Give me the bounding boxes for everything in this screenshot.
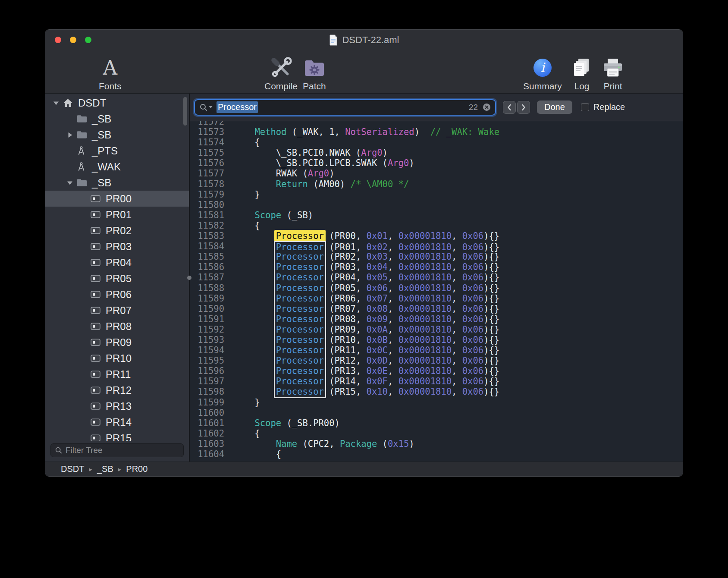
code-line[interactable]: 11576 \_SB.PCI0.LPCB.SWAK (Arg0)	[190, 158, 683, 168]
code-segment: 0x0D	[367, 355, 388, 366]
sidebar-item-pr06[interactable]: PR06	[45, 286, 189, 302]
sidebar-item-dsdt[interactable]: DSDT	[45, 95, 189, 111]
sidebar-item-pr05[interactable]: PR05	[45, 270, 189, 286]
code-line[interactable]: 11604 {	[190, 449, 683, 459]
code-line[interactable]: 11587 Processor (PR04, 0x05, 0x00001810,…	[190, 272, 683, 283]
sidebar-item-wak[interactable]: _WAK	[45, 159, 189, 175]
line-number: 11573	[190, 127, 224, 137]
code-segment: 0x00001810	[399, 262, 452, 272]
code-line[interactable]: 11597 Processor (PR14, 0x0F, 0x00001810,…	[190, 376, 683, 386]
code-line[interactable]: 11598 Processor (PR15, 0x10, 0x00001810,…	[190, 386, 683, 397]
sidebar-item-pr13[interactable]: PR13	[45, 398, 189, 414]
print-button[interactable]: Print	[602, 56, 624, 91]
code-line[interactable]: 11586 Processor (PR03, 0x04, 0x00001810,…	[190, 262, 683, 272]
code-line[interactable]: 11584 Processor (PR01, 0x02, 0x00001810,…	[190, 241, 683, 251]
sidebar-item-pr14[interactable]: PR14	[45, 414, 189, 430]
sidebar-item-pr02[interactable]: PR02	[45, 223, 189, 239]
code-line[interactable]: 11579 }	[190, 189, 683, 200]
close-button[interactable]	[55, 37, 61, 43]
replace-checkbox[interactable]	[581, 103, 589, 111]
sidebar-item-pr11[interactable]: PR11	[45, 366, 189, 382]
window-title-group: DSDT-22.aml	[329, 35, 399, 46]
code-line[interactable]: 11573 Method (_WAK, 1, NotSerialized) //…	[190, 127, 683, 137]
line-number: 11592	[190, 324, 224, 335]
sidebar-item-pr07[interactable]: PR07	[45, 302, 189, 318]
code-line[interactable]: 11585 Processor (PR02, 0x03, 0x00001810,…	[190, 251, 683, 262]
disclosure-open-icon[interactable]	[63, 180, 76, 185]
code-line[interactable]: 11572	[190, 121, 683, 127]
log-button[interactable]: Log	[571, 56, 593, 91]
disclosure-closed-icon[interactable]	[63, 132, 76, 138]
code-line[interactable]: 11593 Processor (PR10, 0x0B, 0x00001810,…	[190, 335, 683, 345]
code-line[interactable]: 11595 Processor (PR12, 0x0D, 0x00001810,…	[190, 355, 683, 366]
code-editor[interactable]: 1157211573 Method (_WAK, 1, NotSerialize…	[190, 121, 683, 462]
done-button[interactable]: Done	[537, 101, 572, 114]
code-line[interactable]: 11589 Processor (PR06, 0x07, 0x00001810,…	[190, 293, 683, 304]
code-line[interactable]: 11600	[190, 408, 683, 418]
sidebar-item-pr03[interactable]: PR03	[45, 239, 189, 254]
code-line[interactable]: 11592 Processor (PR09, 0x0A, 0x00001810,…	[190, 324, 683, 335]
title-bar[interactable]: DSDT-22.aml	[45, 30, 683, 50]
code-line[interactable]: 11583 Processor (PR00, 0x01, 0x00001810,…	[190, 231, 683, 241]
sidebar-scrollbar[interactable]	[183, 97, 187, 126]
folder-icon	[76, 178, 90, 187]
code-line[interactable]: 11599 }	[190, 397, 683, 408]
content-area: DSDT_SB_SB_PTS_WAK_SBPR00PR01PR02PR03PR0…	[45, 94, 683, 462]
code-line[interactable]: 11596 Processor (PR13, 0x0E, 0x00001810,…	[190, 366, 683, 376]
find-input[interactable]: Processor 22	[194, 99, 496, 116]
sidebar-item-pr15[interactable]: PR15	[45, 430, 189, 441]
sidebar-item-pts[interactable]: _PTS	[45, 143, 189, 159]
fonts-button[interactable]: A Fonts	[99, 56, 122, 91]
code-line[interactable]: 11594 Processor (PR11, 0x0C, 0x00001810,…	[190, 345, 683, 355]
code-text: }	[224, 189, 260, 200]
app-window: DSDT-22.aml A Fonts Compile	[45, 29, 683, 477]
code-line[interactable]: 11588 Processor (PR05, 0x06, 0x00001810,…	[190, 283, 683, 293]
sidebar-item-pr12[interactable]: PR12	[45, 382, 189, 398]
minimize-button[interactable]	[70, 37, 76, 43]
sidebar-item-pr09[interactable]: PR09	[45, 334, 189, 350]
filter-tree-input[interactable]: Filter Tree	[50, 443, 184, 457]
previous-match-button[interactable]	[503, 101, 516, 114]
breadcrumb-item-pr00[interactable]: PR00	[126, 464, 147, 474]
sidebar-item-pr10[interactable]: PR10	[45, 350, 189, 366]
document-icon[interactable]	[329, 35, 338, 46]
summary-button[interactable]: i Summary	[523, 56, 562, 91]
sidebar-item-pr04[interactable]: PR04	[45, 254, 189, 270]
tree-item-label: PR09	[104, 336, 132, 349]
next-match-button[interactable]	[517, 101, 530, 114]
sidebar-item-pr00[interactable]: PR00	[45, 191, 189, 207]
code-line[interactable]: 11590 Processor (PR07, 0x08, 0x00001810,…	[190, 304, 683, 314]
code-line[interactable]: 11575 \_SB.PCI0.NWAK (Arg0)	[190, 148, 683, 158]
zoom-button[interactable]	[85, 37, 91, 43]
breadcrumb-item-sb[interactable]: _SB	[97, 464, 113, 474]
code-line[interactable]: 11577 RWAK (Arg0)	[190, 168, 683, 179]
code-line[interactable]: 11574 {	[190, 137, 683, 148]
sidebar-item-sb[interactable]: _SB	[45, 175, 189, 191]
code-line[interactable]: 11591 Processor (PR08, 0x09, 0x00001810,…	[190, 314, 683, 324]
code-line[interactable]: 11601 Scope (_SB.PR00)	[190, 418, 683, 428]
code-segment: ,	[388, 355, 399, 366]
filter-search-icon	[55, 446, 63, 454]
code-line[interactable]: 11603 Name (CPC2, Package (0x15)	[190, 439, 683, 449]
code-segment	[233, 355, 276, 366]
code-line[interactable]: 11582 {	[190, 220, 683, 231]
code-segment	[233, 386, 276, 397]
sidebar-item-pr01[interactable]: PR01	[45, 207, 189, 223]
code-segment: )	[414, 127, 430, 137]
split-handle-icon[interactable]	[187, 276, 191, 280]
compile-button[interactable]: Compile	[264, 56, 298, 91]
disclosure-open-icon[interactable]	[50, 101, 63, 106]
clear-search-icon[interactable]	[483, 103, 491, 111]
code-line[interactable]: 11602 {	[190, 428, 683, 439]
breadcrumb-item-dsdt[interactable]: DSDT	[61, 464, 84, 474]
sidebar-item-sb[interactable]: _SB	[45, 127, 189, 143]
code-line[interactable]: 11578 Return (AM00) /* \AM00 */	[190, 179, 683, 189]
sidebar-item-sb[interactable]: _SB	[45, 111, 189, 127]
proc-icon	[90, 194, 104, 203]
code-line[interactable]: 11580	[190, 200, 683, 210]
patch-button[interactable]: Patch	[303, 56, 326, 91]
search-icon[interactable]	[199, 103, 213, 112]
sidebar-item-pr08[interactable]: PR08	[45, 318, 189, 334]
split-divider[interactable]	[189, 94, 190, 462]
code-line[interactable]: 11581 Scope (_SB)	[190, 210, 683, 220]
